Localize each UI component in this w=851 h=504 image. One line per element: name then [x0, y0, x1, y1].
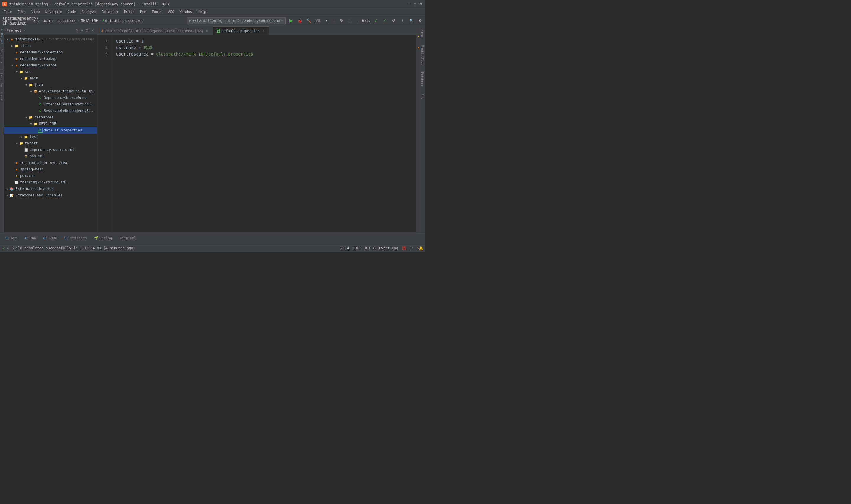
tree-item-dep-lookup[interactable]: ◼ dependency-lookup: [4, 56, 97, 62]
breadcrumb-main[interactable]: main: [44, 19, 53, 23]
label-main: main: [30, 76, 38, 80]
git-commit-button[interactable]: ✓: [381, 17, 388, 24]
tree-item-external-config[interactable]: C ExternalConfigurationDependenc: [4, 101, 97, 108]
encoding[interactable]: UTF-8: [365, 246, 376, 250]
git-label: Git:: [362, 19, 370, 23]
menu-analyze[interactable]: Analyze: [79, 9, 99, 15]
line-ending[interactable]: CRLF: [353, 246, 361, 250]
icon-xml-pom-root: m: [14, 174, 19, 178]
bottom-tab-run[interactable]: 4: Run: [21, 234, 39, 242]
tab-close-properties[interactable]: ✕: [261, 29, 266, 33]
arrow-resolvable: [34, 109, 38, 113]
vertical-tab-commits[interactable]: Commit: [0, 90, 4, 104]
breadcrumb-src[interactable]: src: [33, 19, 40, 23]
event-log[interactable]: Event Log: [379, 246, 398, 250]
menu-vcs[interactable]: VCS: [165, 9, 177, 15]
right-tab-restful[interactable]: RestfulTool: [420, 43, 425, 67]
cursor-position[interactable]: 2:14: [341, 246, 349, 250]
tree-view[interactable]: ▼ ◼ thinking-in-spring D:\workspace\极客学习…: [4, 35, 97, 232]
panel-close-button[interactable]: ✕: [90, 28, 94, 33]
menu-view[interactable]: View: [29, 9, 42, 15]
tree-item-meta-inf[interactable]: ▼ 📁 META-INF: [4, 121, 97, 127]
git-check-button[interactable]: ✓: [372, 17, 379, 24]
tree-item-test[interactable]: ▶ 📁 test: [4, 133, 97, 140]
tree-item-root-iml[interactable]: ⬜ thinking-in-spring.iml: [4, 179, 97, 185]
breadcrumb-resources[interactable]: resources: [57, 19, 76, 23]
panel-collapse-button[interactable]: ≡: [80, 28, 84, 33]
tree-item-dep-source-demo[interactable]: C DependencySourceDemo: [4, 94, 97, 101]
bottom-tab-messages[interactable]: 0: Messages: [61, 234, 90, 242]
tab-close-java[interactable]: ✕: [205, 29, 209, 33]
close-button[interactable]: ✕: [418, 2, 423, 6]
tree-item-root[interactable]: ▼ ◼ thinking-in-spring D:\workspace\极客学习…: [4, 36, 97, 42]
tree-item-external-libs[interactable]: ▶ 📚 External Libraries: [4, 185, 97, 192]
tab-properties[interactable]: P default.properties ✕: [213, 26, 270, 35]
arrow-dep-lookup: [10, 57, 14, 61]
bookmark-button[interactable]: ⬛: [347, 17, 354, 24]
vertical-tab-favorites[interactable]: 2: Favorites: [0, 66, 4, 90]
tree-item-resolvable[interactable]: C ResolvableDependencySourceDer: [4, 108, 97, 114]
vertical-tab-project[interactable]: 1: Project: [0, 26, 4, 47]
code-area[interactable]: user.id = 1 usr.name = 嗯嗯 user.resource …: [111, 35, 416, 232]
more-run-button[interactable]: ▾: [323, 17, 330, 24]
label-dep-source: dependency-source: [20, 63, 56, 67]
ime-indicator[interactable]: 中: [410, 246, 413, 251]
menu-window[interactable]: Window: [177, 9, 195, 15]
panel-settings-button[interactable]: ⚙: [85, 28, 89, 33]
tree-item-main[interactable]: ▼ 📁 main: [4, 75, 97, 82]
tree-item-spring-bean[interactable]: ◼ spring-bean: [4, 166, 97, 173]
update-button[interactable]: ↻: [338, 17, 345, 24]
breadcrumb-file[interactable]: P default.properties: [103, 19, 144, 23]
tree-item-idea[interactable]: ▶ 📁 .idea: [4, 42, 97, 49]
tree-item-scratches[interactable]: ▶ 📝 Scratches and Consoles: [4, 192, 97, 199]
icon-scratches: 📝: [10, 193, 14, 198]
menu-file[interactable]: File: [1, 9, 15, 15]
tree-item-dep-source[interactable]: ▼ ◼ dependency-source: [4, 62, 97, 69]
bottom-tab-terminal[interactable]: Terminal: [116, 234, 139, 242]
settings-button[interactable]: ⚙: [417, 17, 424, 24]
run-config-selector[interactable]: ▷ ExternalConfigurationDependencySourceD…: [187, 17, 286, 24]
icon-folder-resources: 📁: [29, 115, 33, 120]
menu-refactor[interactable]: Refactor: [99, 9, 121, 15]
menu-code[interactable]: Code: [65, 9, 78, 15]
tab-java[interactable]: J ExternalConfigurationDependencySourceD…: [97, 26, 213, 35]
tree-item-ioc[interactable]: ◼ ioc-container-overview: [4, 160, 97, 166]
run-button[interactable]: ▶: [288, 17, 295, 24]
debug-button[interactable]: 🐞: [296, 17, 304, 24]
tree-item-target[interactable]: ▼ 📁 target: [4, 140, 97, 146]
tree-item-src[interactable]: ▼ 📁 src: [4, 69, 97, 75]
bottom-tab-git[interactable]: 9: Git: [2, 234, 20, 242]
icon-properties-file: P: [38, 128, 42, 133]
maximize-button[interactable]: □: [413, 2, 417, 6]
right-tab-database[interactable]: Database: [420, 70, 425, 89]
right-tab-maven[interactable]: Maven: [420, 27, 425, 41]
search-everywhere-button[interactable]: 🔍: [408, 17, 415, 24]
tree-item-dep-source-iml[interactable]: ⬜ dependency-source.iml: [4, 146, 97, 153]
tree-item-pom-root[interactable]: m pom.xml: [4, 173, 97, 179]
minimize-button[interactable]: ─: [406, 2, 411, 6]
right-tab-ant[interactable]: Ant: [420, 91, 425, 101]
menu-build[interactable]: Build: [122, 9, 137, 15]
git-push-button[interactable]: ↑: [399, 17, 406, 24]
tree-item-default-properties[interactable]: P default.properties: [4, 127, 97, 133]
tree-item-resources[interactable]: ▼ 📁 resources: [4, 114, 97, 121]
breadcrumb-meta-inf[interactable]: META-INF: [81, 19, 98, 23]
git-refresh-button[interactable]: ↺: [390, 17, 397, 24]
breadcrumb-dependency-source[interactable]: dependency-source: [22, 17, 29, 24]
tree-item-package[interactable]: ▼ 📦 org.xiaoge.thinking.in.spring.ioc.de…: [4, 88, 97, 94]
menu-tools[interactable]: Tools: [149, 9, 165, 15]
tree-item-java[interactable]: ▼ 📁 java: [4, 82, 97, 88]
panel-sync-button[interactable]: ⟳: [75, 28, 79, 33]
bottom-tab-todo[interactable]: 6: TODO: [40, 234, 60, 242]
menu-navigate[interactable]: Navigate: [43, 9, 65, 15]
bottom-tab-spring[interactable]: 🌱 Spring: [91, 234, 115, 242]
menu-help[interactable]: Help: [195, 9, 209, 15]
menu-run[interactable]: Run: [138, 9, 149, 15]
vertical-tab-structure[interactable]: Structure: [0, 47, 4, 66]
tree-item-dep-injection[interactable]: ◼ dependency-injection: [4, 49, 97, 56]
build-button[interactable]: 🔨: [305, 17, 312, 24]
tree-item-pom-dep-source[interactable]: X pom.xml: [4, 153, 97, 160]
menu-edit[interactable]: Edit: [15, 9, 29, 15]
coverage-button[interactable]: ▷%: [314, 17, 321, 24]
line-numbers: 1 2 3: [97, 35, 111, 232]
